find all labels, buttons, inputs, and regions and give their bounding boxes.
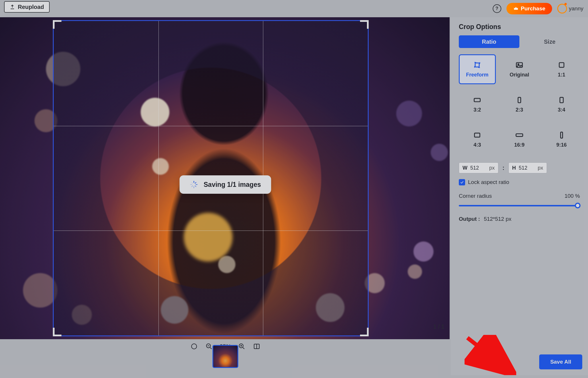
height-label: H — [512, 165, 516, 171]
ratio-original-icon — [514, 61, 525, 69]
ratio-freeform-icon — [472, 61, 482, 69]
avatar-icon — [557, 4, 567, 14]
ratio-1_1-label: 1:1 — [558, 72, 565, 78]
ratio-3_2-icon — [472, 96, 482, 104]
svg-rect-23 — [518, 97, 521, 103]
ratio-freeform-label: Freeform — [466, 72, 488, 78]
ratio-2_3-icon — [514, 96, 525, 104]
svg-rect-22 — [474, 98, 480, 102]
corner-radius-slider[interactable] — [459, 202, 580, 209]
lock-aspect-label: Lock aspect ratio — [468, 179, 509, 185]
saving-toast: Saving 1/1 images — [179, 175, 271, 194]
svg-line-5 — [192, 186, 193, 187]
username: yanny — [569, 5, 583, 12]
slider-thumb[interactable] — [575, 203, 581, 208]
ratio-3_4[interactable]: 3:4 — [543, 89, 580, 119]
svg-line-3 — [195, 186, 196, 187]
tab-size[interactable]: Size — [519, 35, 580, 48]
output-label: Output : — [459, 216, 480, 222]
ratio-2_3[interactable]: 2:3 — [501, 89, 538, 119]
lock-aspect-checkbox[interactable] — [459, 179, 465, 185]
ratio-3_2[interactable]: 3:2 — [459, 89, 496, 119]
height-unit: px — [538, 165, 543, 171]
svg-rect-26 — [516, 134, 523, 136]
svg-rect-21 — [559, 62, 564, 67]
svg-rect-25 — [475, 133, 480, 137]
width-unit: px — [489, 165, 495, 171]
height-input[interactable] — [519, 165, 535, 171]
page-counter: 1 / 1 — [433, 323, 444, 330]
purchase-button[interactable]: Purchase — [506, 3, 552, 14]
svg-rect-18 — [475, 63, 479, 67]
ratio-9_16[interactable]: 9:16 — [543, 124, 580, 154]
ratio-3_4-label: 3:4 — [558, 107, 565, 113]
corner-radius-label: Corner radius — [459, 193, 492, 199]
tab-ratio[interactable]: Ratio — [459, 35, 519, 48]
svg-rect-24 — [560, 97, 563, 103]
account-chip[interactable]: yanny — [557, 4, 583, 14]
ratio-1_1[interactable]: 1:1 — [543, 54, 580, 84]
crop-handle-tr[interactable] — [360, 20, 369, 29]
crop-handle-br[interactable] — [360, 328, 369, 336]
reupload-button[interactable]: Reupload — [4, 1, 50, 13]
ratio-9_16-icon — [556, 131, 567, 139]
ratio-2_3-label: 2:3 — [516, 107, 523, 113]
crop-handle-tl[interactable] — [53, 20, 61, 29]
svg-line-7 — [192, 183, 193, 183]
crop-handle-bl[interactable] — [53, 328, 61, 336]
svg-rect-27 — [560, 132, 562, 138]
ratio-4_3-icon — [472, 131, 482, 139]
purchase-label: Purchase — [521, 5, 546, 12]
dim-separator: : — [502, 165, 504, 171]
check-icon — [460, 180, 464, 184]
ratio-3_4-icon — [556, 96, 567, 104]
ratio-16_9[interactable]: 16:9 — [501, 124, 538, 154]
help-button[interactable]: ? — [493, 4, 501, 13]
output-value: 512*512 px — [484, 216, 511, 222]
corner-radius-value: 100 % — [564, 193, 580, 199]
ratio-4_3[interactable]: 4:3 — [459, 124, 496, 154]
crop-options-panel: Crop Options Ratio Size FreeformOriginal… — [451, 17, 588, 375]
ratio-16_9-label: 16:9 — [514, 142, 525, 148]
ratio-freeform[interactable]: Freeform — [459, 54, 496, 84]
ratio-original-label: Original — [510, 72, 529, 78]
width-input[interactable] — [470, 165, 486, 171]
svg-line-1 — [195, 183, 196, 183]
ratio-original[interactable]: Original — [501, 54, 538, 84]
panel-title: Crop Options — [459, 23, 580, 31]
save-all-button[interactable]: Save All — [539, 354, 582, 369]
spinner-icon — [190, 181, 198, 189]
reupload-label: Reupload — [18, 4, 44, 10]
saving-text: Saving 1/1 images — [204, 181, 261, 189]
width-field[interactable]: W px — [459, 162, 498, 173]
ratio-3_2-label: 3:2 — [473, 107, 481, 113]
ratio-1_1-icon — [556, 61, 567, 69]
crown-icon — [513, 6, 519, 11]
question-icon: ? — [496, 6, 498, 11]
ratio-9_16-label: 9:16 — [556, 142, 567, 148]
height-field[interactable]: H px — [508, 162, 547, 173]
thumbnail-1[interactable] — [212, 345, 238, 368]
ratio-16_9-icon — [514, 131, 525, 139]
upload-icon — [10, 4, 15, 9]
width-label: W — [463, 165, 467, 171]
ratio-4_3-label: 4:3 — [473, 142, 481, 148]
